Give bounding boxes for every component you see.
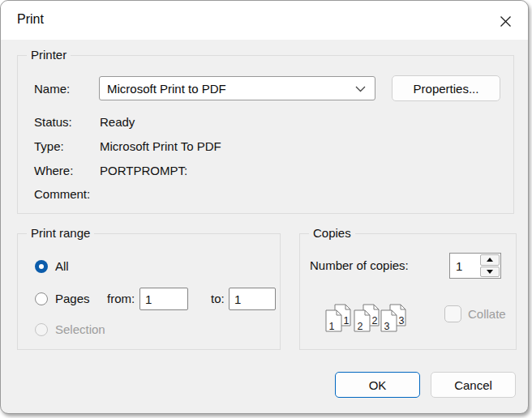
ok-button-label: OK <box>369 378 387 392</box>
chevron-down-icon <box>355 86 366 92</box>
printer-group-label: Printer <box>27 48 71 62</box>
svg-text:2: 2 <box>358 321 363 332</box>
arrow-down-icon <box>487 270 493 274</box>
where-label: Where: <box>34 164 73 177</box>
ok-button[interactable]: OK <box>335 372 420 398</box>
svg-text:3: 3 <box>399 315 405 326</box>
status-value: Ready <box>100 115 135 129</box>
all-radio-label: All <box>55 259 69 273</box>
copies-input[interactable] <box>450 254 479 278</box>
svg-text:3: 3 <box>384 321 390 332</box>
copies-group-label: Copies <box>309 226 355 240</box>
to-input[interactable] <box>229 288 276 310</box>
comment-label: Comment: <box>34 187 90 201</box>
uncollated-pages-icon: 1 1 2 2 3 3 <box>323 301 410 338</box>
type-label: Type: <box>34 139 64 153</box>
printer-name-label: Name: <box>34 82 70 96</box>
cancel-button-label: Cancel <box>454 378 492 392</box>
status-label: Status: <box>34 115 72 129</box>
type-value: Microsoft Print To PDF <box>100 139 221 153</box>
selection-radio <box>35 323 48 336</box>
collate-checkbox <box>444 305 461 322</box>
selection-radio-label: Selection <box>55 322 105 336</box>
where-value: PORTPROMPT: <box>100 164 187 177</box>
all-radio[interactable] <box>35 260 48 273</box>
spin-up-button[interactable] <box>480 254 500 266</box>
properties-button[interactable]: Properties... <box>392 75 500 101</box>
to-label: to: <box>211 292 225 305</box>
dialog-title: Print <box>17 12 44 27</box>
from-label: from: <box>107 292 135 305</box>
titlebar: Print <box>1 1 528 40</box>
print-range-group-label: Print range <box>27 226 94 240</box>
pages-radio[interactable] <box>35 292 48 305</box>
collate-checkbox-label: Collate <box>468 307 506 321</box>
spin-down-button[interactable] <box>480 267 500 278</box>
print-dialog: Print Printer Name: Microsoft Print to P… <box>0 0 529 414</box>
pages-radio-label: Pages <box>55 292 90 305</box>
svg-text:1: 1 <box>329 321 335 332</box>
copies-group: Copies Number of copies: 1 1 <box>299 233 517 350</box>
svg-text:2: 2 <box>372 315 378 326</box>
cancel-button[interactable]: Cancel <box>431 372 516 398</box>
close-button[interactable] <box>494 11 517 32</box>
printer-name-value: Microsoft Print to PDF <box>100 82 226 96</box>
properties-button-label: Properties... <box>414 82 479 96</box>
number-of-copies-label: Number of copies: <box>310 258 409 272</box>
printer-group: Printer Name: Microsoft Print to PDF Pro… <box>17 55 514 214</box>
svg-text:1: 1 <box>344 315 350 326</box>
copies-spinner <box>449 253 501 279</box>
spin-buttons <box>479 254 500 278</box>
arrow-up-icon <box>487 258 493 262</box>
close-icon <box>500 15 512 28</box>
print-range-group: Print range All Pages from: to: Selectio… <box>17 233 281 350</box>
from-input[interactable] <box>139 288 188 310</box>
printer-name-combobox[interactable]: Microsoft Print to PDF <box>99 76 375 100</box>
